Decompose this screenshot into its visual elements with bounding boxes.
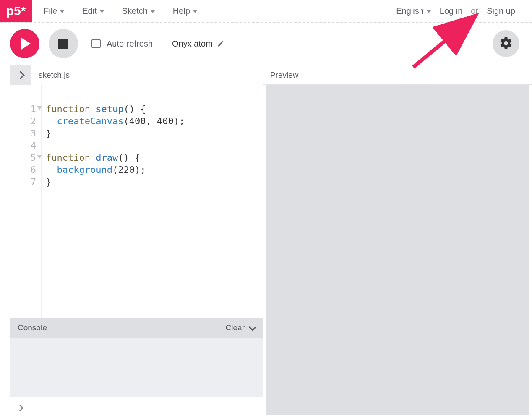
pencil-icon[interactable] (217, 40, 224, 47)
caret-down-icon (150, 10, 155, 13)
menu-file[interactable]: File (44, 6, 65, 16)
play-icon (21, 38, 31, 50)
console-body (10, 338, 263, 418)
menu-edit-label: Edit (82, 6, 96, 16)
menu-right-group: English Log in or Sign up (396, 6, 532, 16)
caret-down-icon (60, 10, 65, 13)
gear-icon (499, 36, 513, 52)
stop-button[interactable] (49, 29, 78, 58)
menu-sketch[interactable]: Sketch (122, 6, 155, 16)
sketch-name[interactable]: Onyx atom (172, 39, 224, 49)
console-input[interactable] (10, 397, 263, 418)
chevron-right-icon (16, 71, 25, 79)
menu-help[interactable]: Help (173, 6, 198, 16)
toolbar: Auto-refresh Onyx atom (0, 23, 532, 65)
line-gutter: 1234567 (10, 85, 42, 318)
autorefresh-checkbox[interactable] (91, 39, 101, 48)
console-title: Console (18, 323, 47, 332)
language-label: English (396, 6, 424, 16)
menubar: p5* File Edit Sketch Help English Log in… (0, 0, 532, 23)
menu-help-label: Help (173, 6, 190, 16)
stop-icon (58, 39, 68, 49)
menu-left-group: File Edit Sketch Help (32, 6, 198, 16)
chevron-right-icon (17, 404, 24, 411)
signup-link[interactable]: Sign up (487, 6, 515, 16)
settings-button[interactable] (493, 30, 519, 57)
caret-down-icon (99, 10, 104, 13)
sketch-name-text: Onyx atom (172, 39, 213, 49)
menu-file-label: File (44, 6, 57, 16)
language-selector[interactable]: English (396, 6, 431, 16)
autorefresh-toggle[interactable]: Auto-refresh (91, 39, 153, 49)
menu-edit[interactable]: Edit (82, 6, 104, 16)
workspace: sketch.js 1234567 function setup() { cre… (0, 65, 532, 418)
preview-title: Preview (270, 71, 299, 80)
caret-down-icon (193, 10, 198, 13)
console-clear-button[interactable]: Clear (226, 323, 256, 332)
file-tab[interactable]: sketch.js (31, 65, 77, 85)
preview-wrap (263, 85, 532, 418)
play-button[interactable] (10, 29, 39, 58)
menu-sketch-label: Sketch (122, 6, 148, 16)
right-pane: Preview (263, 65, 532, 418)
console-header: Console Clear (10, 318, 263, 338)
login-link[interactable]: Log in (440, 6, 463, 16)
code-editor[interactable]: 1234567 function setup() { createCanvas(… (10, 85, 263, 318)
autorefresh-label: Auto-refresh (107, 39, 153, 49)
or-text: or (471, 6, 478, 16)
chevron-down-icon (248, 323, 257, 331)
sidebar-expand-button[interactable] (10, 65, 31, 85)
code-area[interactable]: function setup() { createCanvas(400, 400… (42, 85, 189, 318)
preview-header: Preview (263, 65, 532, 85)
p5-logo[interactable]: p5* (0, 0, 32, 22)
console-clear-label: Clear (226, 323, 245, 332)
editor-tab-row: sketch.js (10, 65, 263, 85)
caret-down-icon (426, 10, 431, 13)
left-pane: sketch.js 1234567 function setup() { cre… (0, 65, 263, 418)
preview-canvas (266, 85, 529, 415)
